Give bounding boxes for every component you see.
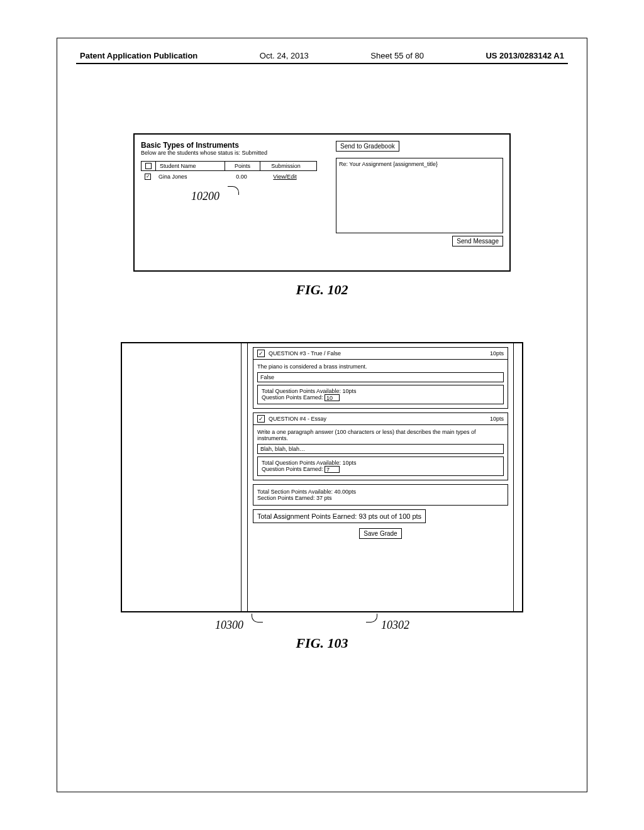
student-list-panel: Basic Types of Instruments Below are the… [141, 141, 317, 264]
save-grade-button[interactable]: Save Grade [359, 528, 401, 539]
fig-103-panel: ✓ QUESTION #3 - True / False 10pts The p… [121, 342, 523, 612]
q4-answer: Blah, blah, blah… [257, 444, 504, 454]
patent-page: Patent Application Publication Oct. 24, … [57, 38, 587, 792]
fig-102-panel: Basic Types of Instruments Below are the… [133, 133, 511, 272]
view-edit-link[interactable]: View/Edit [259, 174, 311, 180]
q4-header: QUESTION #4 - Essay [269, 416, 326, 422]
section-earned: Section Points Earned: 37 pts [257, 495, 504, 501]
message-panel: Send to Gradebook Re: Your Assignment {a… [336, 141, 503, 264]
header-pubnum: US 2013/0283142 A1 [486, 51, 564, 60]
message-textarea[interactable]: Re: Your Assignment {assignment_title} [336, 158, 503, 233]
q3-earned-label: Question Points Earned: [262, 394, 323, 401]
row-checkbox[interactable]: ✓ [141, 174, 155, 180]
reference-10200: 10200 [141, 186, 317, 199]
header-sheet: Sheet 55 of 80 [370, 51, 424, 60]
assignment-subtitle: Below are the students whose status is: … [141, 150, 317, 156]
message-subject: Re: Your Assignment {assignment_title} [339, 161, 438, 167]
q4-score-box: Total Question Points Available: 10pts Q… [257, 456, 504, 476]
q3-points-label: 10pts [490, 350, 504, 357]
q3-score-box: Total Question Points Available: 10pts Q… [257, 385, 504, 404]
header-rule [76, 63, 568, 64]
leader-line [252, 614, 263, 622]
header-publication: Patent Application Publication [80, 51, 197, 60]
assignment-title: Basic Types of Instruments [141, 141, 317, 150]
q3-header: QUESTION #3 - True / False [269, 350, 341, 357]
page-header: Patent Application Publication Oct. 24, … [76, 51, 568, 60]
sidebar-panel [122, 343, 242, 611]
grading-main-panel: ✓ QUESTION #3 - True / False 10pts The p… [248, 343, 513, 611]
select-all-checkbox[interactable] [142, 162, 155, 170]
q4-available: Total Question Points Available: 10pts [262, 460, 499, 466]
send-to-gradebook-button[interactable]: Send to Gradebook [336, 141, 399, 152]
fig-102-label: FIG. 102 [76, 282, 568, 298]
question-4-box: ✓ QUESTION #4 - Essay 10pts Write a one … [253, 412, 508, 480]
col-student-name: Student Name [155, 162, 225, 170]
q4-prompt: Write a one paragraph answer (100 charac… [257, 429, 504, 441]
leader-line [228, 186, 239, 195]
gutter [242, 343, 248, 611]
row-student-name: Gina Jones [155, 174, 224, 180]
send-message-button[interactable]: Send Message [452, 236, 503, 246]
q3-answer: False [257, 372, 504, 382]
fig-103-label: FIG. 103 [76, 635, 568, 651]
q4-earned-input[interactable]: 7 [325, 466, 340, 473]
q3-available: Total Question Points Available: 10pts [262, 388, 499, 394]
header-date: Oct. 24, 2013 [260, 51, 309, 60]
ref-num-10302: 10302 [381, 619, 409, 632]
leader-line [366, 614, 377, 622]
check-icon: ✓ [257, 350, 265, 357]
student-table-header: Student Name Points Submission [141, 161, 317, 171]
section-available: Total Section Points Available: 40.00pts [257, 489, 504, 495]
q4-earned-label: Question Points Earned: [262, 466, 323, 472]
q3-earned-input[interactable]: 10 [325, 394, 340, 401]
row-points: 0.00 [224, 174, 259, 180]
question-3-box: ✓ QUESTION #3 - True / False 10pts The p… [253, 347, 508, 409]
scrollbar[interactable] [513, 343, 522, 611]
check-icon: ✓ [257, 415, 265, 423]
q4-points-label: 10pts [490, 416, 504, 422]
col-submission: Submission [260, 162, 311, 170]
col-points: Points [225, 162, 260, 170]
assignment-total: Total Assignment Points Earned: 93 pts o… [253, 509, 426, 523]
table-row: ✓ Gina Jones 0.00 View/Edit [141, 171, 317, 182]
ref-num-10200: 10200 [191, 190, 219, 203]
q3-prompt: The piano is considered a brass instrume… [257, 363, 504, 370]
section-total-box: Total Section Points Available: 40.00pts… [253, 484, 508, 506]
ref-num-10300: 10300 [215, 619, 243, 632]
fig-103-refs: 10300 10302 [121, 616, 523, 635]
